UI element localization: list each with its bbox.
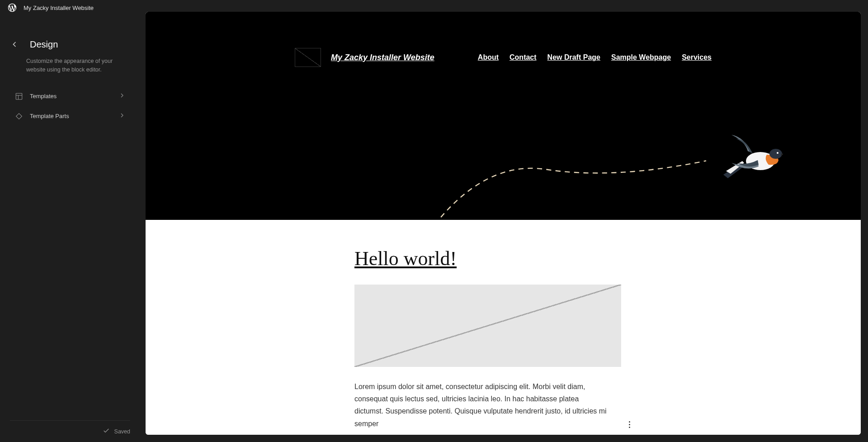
hero-section: My Zacky Installer Website About Contact… — [146, 12, 861, 220]
primary-nav: About Contact New Draft Page Sample Webp… — [478, 53, 712, 62]
post-title-link[interactable]: Hello world! — [354, 247, 621, 270]
post-article: Hello world! Lorem ipsum dolor sit amet,… — [354, 247, 621, 435]
sidebar-footer: Saved — [10, 420, 130, 436]
post-options-icon[interactable] — [629, 421, 630, 428]
save-status-label: Saved — [114, 428, 130, 435]
nav-link-sample-webpage[interactable]: Sample Webpage — [611, 53, 671, 62]
svg-point-5 — [769, 149, 782, 159]
chevron-right-icon — [118, 112, 126, 120]
nav-link-contact[interactable]: Contact — [509, 53, 537, 62]
nav-item-label: Template Parts — [30, 113, 69, 119]
wordpress-logo-icon[interactable] — [7, 3, 17, 13]
back-button[interactable] — [8, 38, 21, 51]
sidebar-nav-list: Templates Template Parts — [10, 86, 130, 126]
nav-item-label: Templates — [30, 93, 57, 100]
svg-point-6 — [777, 152, 778, 154]
featured-image-placeholder[interactable] — [354, 285, 621, 367]
site-header: My Zacky Installer Website About Contact… — [146, 48, 861, 67]
diamond-icon — [14, 112, 24, 121]
svg-rect-3 — [16, 113, 22, 119]
sidebar-item-templates[interactable]: Templates — [10, 86, 130, 106]
sidebar-item-template-parts[interactable]: Template Parts — [10, 106, 130, 126]
nav-link-about[interactable]: About — [478, 53, 499, 62]
panel-description: Customize the appearance of your website… — [10, 57, 130, 75]
site-title-link[interactable]: My Zacky Installer Website — [331, 53, 434, 62]
site-preview-frame[interactable]: My Zacky Installer Website About Contact… — [146, 12, 861, 435]
panel-header: Design — [10, 38, 130, 51]
preview-scroll-area[interactable]: My Zacky Installer Website About Contact… — [146, 12, 861, 435]
panel-title: Design — [30, 39, 58, 50]
nav-link-new-draft-page[interactable]: New Draft Page — [547, 53, 600, 62]
svg-rect-0 — [16, 93, 22, 100]
bird-graphic — [720, 133, 783, 183]
site-logo-placeholder[interactable] — [295, 48, 321, 67]
nav-link-services[interactable]: Services — [682, 53, 712, 62]
site-name-label[interactable]: My Zacky Installer Website — [24, 5, 94, 11]
chevron-right-icon — [118, 92, 126, 100]
layout-icon — [14, 92, 24, 101]
site-branding: My Zacky Installer Website — [295, 48, 434, 67]
editor-sidebar: Design Customize the appearance of your … — [0, 27, 140, 126]
bird-trail-graphic — [426, 157, 715, 220]
check-icon — [103, 427, 110, 436]
site-bar: My Zacky Installer Website — [0, 0, 101, 15]
post-excerpt: Lorem ipsum dolor sit amet, consectetur … — [354, 380, 608, 430]
